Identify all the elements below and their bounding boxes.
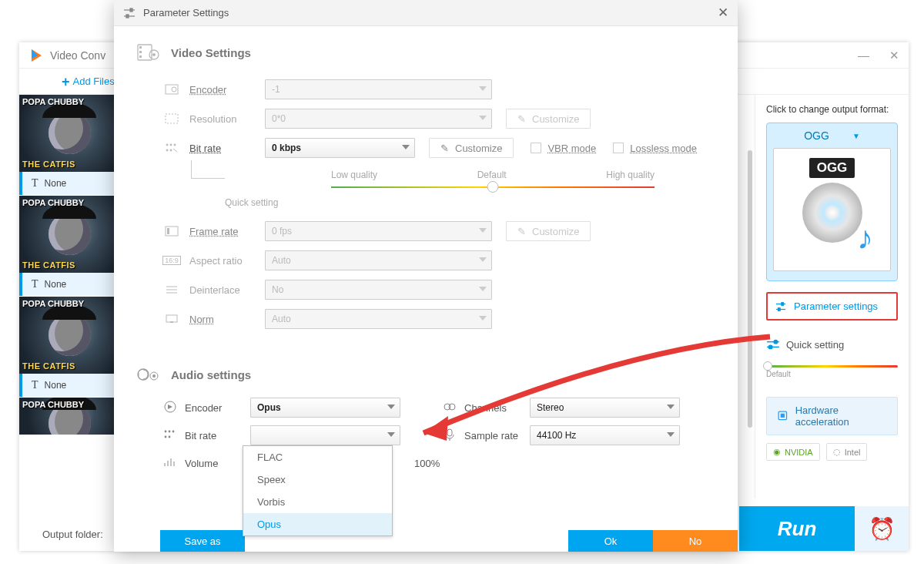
dialog-close-button[interactable]: ✕ [718,5,728,21]
svg-rect-9 [781,414,785,418]
pencil-icon: ✎ [440,143,449,154]
save-as-button[interactable]: Save as [160,530,245,552]
aspect-label: Aspect ratio [180,255,265,267]
norm-icon [163,314,180,324]
chevron-down-icon [402,145,410,149]
video-item[interactable]: POPA CHUBBY THE CATFIS TNone [19,196,119,296]
quick-setting-connector [191,160,225,179]
quick-setting-slider[interactable]: Default [766,365,898,378]
run-button[interactable]: Run [739,506,855,551]
encoder-icon [163,400,177,416]
dropdown-option-selected[interactable]: Opus [243,513,392,535]
close-icon[interactable]: ✕ [889,49,899,62]
customize-resolution-button: ✎Customize [506,109,591,129]
svg-rect-2 [782,302,784,305]
pencil-icon: ✎ [517,113,526,125]
output-folder-label: Output folder: [42,529,103,540]
music-note-icon: ♪ [857,220,873,257]
slider-handle[interactable] [763,361,772,371]
audio-encoder-dropdown[interactable]: FLAC Speex Vorbis Opus [243,445,393,536]
video-thumbnail: POPA CHUBBY THE CATFIS [19,95,119,172]
audio-bitrate-combo[interactable] [250,425,400,445]
svg-rect-3 [778,307,781,311]
svg-rect-13 [126,15,129,18]
video-item[interactable]: POPA CHUBBY THE CATFIS TNone [19,95,119,195]
intel-badge[interactable]: ◌ Intel [826,443,868,461]
quality-slider[interactable] [331,186,654,188]
alarm-button[interactable]: ⏰ [855,506,909,551]
minimize-icon[interactable]: — [858,49,869,62]
format-name: OGG [804,129,829,142]
svg-rect-15 [139,46,142,49]
svg-point-27 [170,149,172,152]
video-subtitle-tag[interactable]: TNone [19,374,119,397]
dialog-buttons: Save as Ok No [114,530,738,552]
thumb-title: POPA CHUBBY [22,300,84,308]
output-format-box[interactable]: OGG ▼ OGG ♪ [766,123,898,281]
channels-combo[interactable]: Stereo [530,398,680,418]
alarm-clock-icon: ⏰ [869,516,896,542]
video-encoder-combo: -1 [265,79,492,99]
resolution-combo: 0*0 [265,109,492,129]
low-quality-label: Low quality [331,170,377,180]
parameter-settings-button[interactable]: Parameter settings [766,292,898,321]
disc-icon [802,183,862,243]
svg-point-26 [166,149,169,152]
dialog-titlebar: Parameter Settings ✕ [114,0,738,26]
svg-point-44 [165,435,167,438]
chevron-down-icon [667,405,675,409]
deinterlace-combo: No [265,280,492,300]
audio-settings-header: Audio settings [137,365,715,384]
svg-rect-16 [139,51,142,53]
samplerate-combo[interactable]: 44100 Hz [530,425,680,445]
add-files-button[interactable]: + Add Files [62,75,115,89]
chevron-down-icon: ▼ [852,132,860,140]
video-thumbnail: POPA CHUBBY [19,398,119,435]
svg-rect-33 [166,315,177,322]
chevron-down-icon [479,228,487,233]
right-panel: Click to change output format: OGG ▼ OGG… [755,95,909,499]
scrollbar[interactable] [748,150,752,428]
aspect-combo: Auto [265,250,492,270]
chevron-down-icon [479,316,487,321]
video-list: POPA CHUBBY THE CATFIS TNone POPA CHUBBY… [19,95,119,435]
lossless-checkbox[interactable] [613,143,624,153]
video-subtitle-tag[interactable]: TNone [19,172,119,195]
svg-point-45 [169,435,171,438]
hardware-accel-button[interactable]: Hardware acceleration [766,397,898,435]
thumb-subtitle: THE CATFIS [22,361,116,371]
chevron-down-icon [667,432,675,437]
norm-label: Norm [180,314,265,325]
dropdown-option[interactable]: FLAC [243,446,392,468]
format-preview: OGG ♪ [773,148,891,271]
svg-point-37 [152,374,156,378]
slider-handle[interactable] [487,181,499,193]
plus-icon: + [62,75,70,89]
app-logo-icon [28,48,44,63]
default-quality-label: Default [477,170,507,180]
change-format-label: Click to change output format: [766,104,898,115]
ok-button[interactable]: Ok [568,530,653,552]
dialog-title: Parameter Settings [143,7,229,18]
framerate-combo: 0 fps [265,221,492,241]
volume-icon [163,457,177,470]
customize-bitrate-button[interactable]: ✎Customize [429,138,514,158]
thumb-title: POPA CHUBBY [22,199,84,207]
svg-point-42 [169,430,171,432]
default-label: Default [766,370,898,378]
quick-setting-link[interactable]: Quick setting [766,337,898,351]
nvidia-badge[interactable]: ◉ NVIDIA [766,443,820,461]
vbr-checkbox[interactable] [531,143,541,153]
sliders-small-icon [766,337,780,351]
audio-encoder-combo[interactable]: Opus [250,398,400,418]
svg-point-19 [152,53,156,56]
video-subtitle-tag[interactable]: TNone [19,273,119,296]
parameter-settings-label: Parameter settings [794,300,878,312]
no-button[interactable]: No [653,530,738,552]
video-bitrate-combo[interactable]: 0 kbps [265,138,415,158]
video-item[interactable]: POPA CHUBBY THE CATFIS TNone [19,297,119,397]
hw-accel-label: Hardware acceleration [795,405,888,428]
dropdown-option[interactable]: Speex [243,468,392,491]
dropdown-option[interactable]: Vorbis [243,491,392,513]
video-item[interactable]: POPA CHUBBY [19,398,119,435]
